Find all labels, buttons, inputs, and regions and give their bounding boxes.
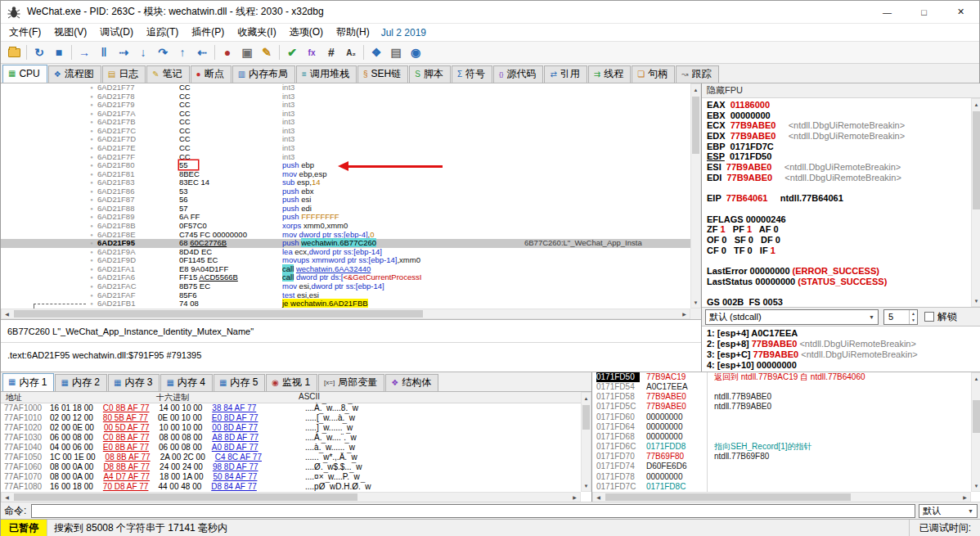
step-into-icon[interactable]: ↓ [133,43,153,61]
tab-breakpoints[interactable]: ●断点 [191,65,232,83]
stack-row[interactable]: 0171FD6800000000 [592,432,971,442]
menu-view[interactable]: 视图(V) [47,24,93,41]
scroll-up-icon[interactable]: ▲ [582,393,591,403]
register-line[interactable]: EBP 0171FD7C [707,142,971,152]
register-line[interactable]: EIP 77B64061 ntdll.77B64061 [707,193,971,204]
dump-row[interactable]: 77AF107008 00 0A 00A4 D7 AF 7718 00 1A 0… [1,472,581,482]
stack-row[interactable]: 0171FD5077B9AC19返回到 ntdll.77B9AC19 自 ntd… [592,372,971,382]
dump-vscrollbar[interactable]: ▲ ▼ [581,392,591,492]
scroll-down-icon[interactable]: ▼ [972,295,980,306]
maximize-button[interactable]: □ [906,1,942,23]
tab-seh[interactable]: §SEH链 [357,65,408,83]
menu-debug[interactable]: 调试(D) [93,24,140,41]
tab-struct[interactable]: ❖结构体 [385,374,438,391]
scroll-up-icon[interactable]: ▲ [972,373,980,384]
scroll-thumb[interactable] [14,493,357,501]
tab-memory-map[interactable]: ▥内存布局 [232,65,295,83]
register-line[interactable]: LastStatus 00000000 (STATUS_SUCCESS) [707,277,971,287]
tab-dump-2[interactable]: ▦内存 2 [55,374,106,391]
dump-row[interactable]: 77AF103006 00 08 00C0 8B AF 7708 00 08 0… [1,433,581,443]
stack-row[interactable]: 0171FD6C0171FDD8指向SEH_Record[1]的指针 [592,442,971,452]
register-line[interactable]: EDI 77B9ABE0 <ntdll.DbgUiRemoteBreakin> [707,173,971,183]
scroll-thumb[interactable] [582,405,590,430]
stop-icon[interactable]: ■ [49,43,69,61]
register-line[interactable]: EAX 01186000 [707,100,971,110]
register-line[interactable]: ECX 77B9ABE0 <ntdll.DbgUiRemoteBreakin> [707,120,971,131]
disasm-row[interactable]: ●6AD21F77CCint3 [1,83,690,92]
run-to-user-code-icon[interactable]: ⇢ [114,43,133,61]
disasm-row[interactable]: ●6AD21FAC8B75 ECmov esi,dword ptr ss:[eb… [1,282,690,291]
register-line[interactable]: LastError 00000000 (ERROR_SUCCESS) [707,266,971,277]
argument-line[interactable]: 3: [esp+C] 77B9ABE0 <ntdll.DbgUiRemoteBr… [707,349,980,360]
patch-icon[interactable]: ✎ [257,43,276,61]
disasm-vscrollbar[interactable]: ▲ ▼ [690,83,701,309]
calling-convention-select[interactable]: 默认 (stdcall) ▼ [705,309,879,325]
scroll-track[interactable] [582,403,591,480]
menu-file[interactable]: 文件(F) [2,24,47,41]
tab-source[interactable]: {}源代码 [493,65,543,83]
tab-dump-5[interactable]: ▦内存 5 [214,374,265,391]
font-icon[interactable]: A₂ [341,43,361,61]
register-line[interactable]: CF 0 TF 0 IF 1 [707,245,971,256]
argument-line[interactable]: 2: [esp+8] 77B9ABE0 <ntdll.DbgUiRemoteBr… [707,339,980,349]
scroll-right-icon[interactable]: ▶ [569,493,580,502]
tab-dump-1[interactable]: ▦内存 1 [2,373,54,391]
dump-row[interactable]: 77AF100016 01 18 00C0 8B AF 7714 00 10 0… [1,403,581,413]
scroll-down-icon[interactable]: ▼ [691,297,700,308]
stack-row[interactable]: 0171FD6000000000 [592,412,971,422]
register-line[interactable]: GS 002B FS 0053 [707,297,971,307]
stack-row[interactable]: 0171FD5877B9ABE0ntdll.77B9ABE0 [592,392,971,402]
command-input[interactable] [31,504,915,518]
scroll-track[interactable] [691,95,700,297]
windows-layout-icon[interactable]: ❖ [366,43,386,61]
settings-icon[interactable]: ✔ [282,43,302,61]
step-back-icon[interactable]: ⇠ [192,43,212,61]
tab-dump-4[interactable]: ▦内存 4 [160,374,212,391]
tab-symbols[interactable]: Σ符号 [452,65,492,83]
hide-fpu-button[interactable]: 隐藏FPU [702,83,980,98]
run-icon[interactable]: → [74,43,94,61]
tab-references[interactable]: ⇄引用 [544,65,587,83]
scroll-right-icon[interactable]: ▶ [679,309,690,318]
tab-cpu[interactable]: ▦CPU [2,65,47,83]
menu-trace[interactable]: 追踪(T) [140,24,185,41]
tab-graph[interactable]: ❖流程图 [48,65,101,83]
register-line[interactable]: EDX 77B9ABE0 <ntdll.DbgUiRemoteBreakin> [707,131,971,142]
scroll-down-icon[interactable]: ▼ [582,480,591,491]
arguments-view[interactable]: 1: [esp+4] A0C17EEA2: [esp+8] 77B9ABE0 <… [702,327,980,372]
scroll-left-icon[interactable]: ◀ [2,309,12,318]
menu-help[interactable]: 帮助(H) [330,24,376,41]
tab-script[interactable]: S脚本 [409,65,451,83]
register-line[interactable]: EFLAGS 00000246 [707,214,971,225]
scroll-track[interactable] [12,309,679,318]
scroll-up-icon[interactable]: ▲ [691,84,700,95]
scroll-thumb[interactable] [14,310,423,318]
stack-row[interactable]: 0171FD54A0C17EEA [592,382,971,392]
scroll-thumb[interactable] [605,493,851,501]
scroll-track[interactable] [972,384,980,480]
restart-icon[interactable]: ↻ [29,43,49,61]
scroll-thumb[interactable] [973,111,980,209]
tab-threads[interactable]: ⇉线程 [588,65,631,83]
open-file-icon[interactable] [4,43,24,61]
unlock-checkbox[interactable]: 解锁 [924,310,957,324]
tab-dump-3[interactable]: ▦内存 3 [108,374,160,391]
tab-locals[interactable]: [x=]局部变量 [318,374,384,391]
stack-view[interactable]: 0171FD5077B9AC19返回到 ntdll.77B9AC19 自 ntd… [592,372,971,492]
menu-favourites[interactable]: 收藏夹(I) [231,24,282,41]
register-line[interactable] [707,204,971,214]
dump-row[interactable]: 77AF102002 00 0E 0000 5D AF 7710 00 10 0… [1,423,581,433]
stack-row[interactable]: 0171FD7077B69F80ntdll.77B69F80 [592,452,971,462]
menu-plugins[interactable]: 插件(P) [185,24,231,41]
argument-line[interactable]: 1: [esp+4] A0C17EEA [707,328,980,339]
scroll-up-icon[interactable]: ▲ [972,99,980,110]
tab-watch-1[interactable]: ◉监视 1 [266,374,317,391]
hash-icon[interactable]: # [321,43,341,61]
dump-row[interactable]: 77AF106008 00 0A 00D8 8B AF 7724 00 24 0… [1,462,581,472]
spinner-buttons[interactable]: ▲▼ [909,310,917,324]
stack-vscrollbar[interactable]: ▲ ▼ [971,372,980,492]
scroll-left-icon[interactable]: ◀ [593,493,604,502]
globe-icon[interactable]: ◉ [406,43,425,61]
register-line[interactable]: ZF 1 PF 1 AF 0 [707,224,971,235]
scroll-thumb[interactable] [692,97,699,154]
